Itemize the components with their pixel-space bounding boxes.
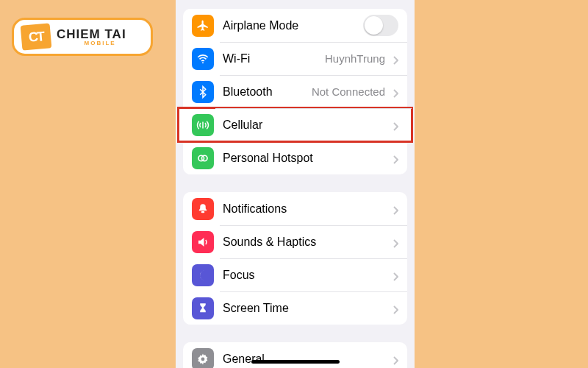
chevron-right-icon	[392, 271, 398, 280]
airplane-toggle[interactable]	[363, 15, 398, 36]
brand-logo: CT CHIEM TAI MOBILE	[12, 18, 153, 56]
home-indicator	[251, 360, 340, 364]
row-sounds-haptics[interactable]: Sounds & Haptics	[183, 225, 407, 258]
chevron-right-icon	[392, 355, 398, 364]
row-airplane-mode[interactable]: Airplane Mode	[183, 9, 407, 42]
hourglass-icon	[192, 297, 214, 319]
row-cellular[interactable]: Cellular	[179, 108, 412, 141]
chevron-right-icon	[392, 54, 398, 63]
chevron-right-icon	[392, 304, 398, 313]
chevron-right-icon	[392, 238, 398, 247]
row-label: Airplane Mode	[214, 19, 363, 32]
settings-group-notifications: Notifications Sounds & Haptics Focus Scr…	[183, 192, 407, 325]
row-label: Bluetooth	[214, 85, 312, 99]
wifi-value: HuynhTrung	[325, 52, 388, 65]
settings-group-connectivity: Airplane Mode Wi-Fi HuynhTrung Bluetooth…	[183, 9, 407, 174]
airplane-icon	[192, 15, 214, 37]
svg-rect-3	[201, 211, 205, 213]
chevron-right-icon	[392, 205, 398, 213]
bluetooth-icon	[192, 81, 214, 103]
svg-point-5	[201, 357, 205, 361]
wifi-icon	[192, 48, 214, 70]
settings-screen: Airplane Mode Wi-Fi HuynhTrung Bluetooth…	[176, 0, 415, 368]
row-label: Sounds & Haptics	[214, 236, 388, 249]
row-screen-time[interactable]: Screen Time	[183, 291, 407, 325]
row-general[interactable]: General	[183, 342, 407, 368]
sounds-icon	[192, 231, 214, 253]
chevron-right-icon	[392, 88, 398, 96]
chevron-right-icon	[392, 121, 398, 130]
row-label: Wi-Fi	[214, 52, 325, 66]
settings-group-general: General	[183, 342, 407, 368]
bluetooth-value: Not Connected	[312, 85, 388, 98]
row-label: Personal Hotspot	[214, 152, 388, 165]
logo-subtitle: MOBILE	[85, 40, 126, 46]
logo-title: CHIEM TAI	[57, 28, 126, 40]
bell-icon	[192, 198, 214, 220]
cellular-icon	[192, 114, 214, 136]
logo-badge: CT	[21, 23, 52, 50]
row-label: Notifications	[214, 202, 388, 216]
row-personal-hotspot[interactable]: Personal Hotspot	[183, 141, 407, 174]
row-label: Focus	[214, 269, 388, 282]
logo-text: CHIEM TAI MOBILE	[57, 28, 126, 46]
moon-icon	[192, 264, 214, 286]
svg-point-0	[202, 62, 204, 63]
row-label: Screen Time	[214, 302, 388, 315]
chevron-right-icon	[392, 154, 398, 163]
row-wifi[interactable]: Wi-Fi HuynhTrung	[183, 42, 407, 75]
hotspot-icon	[192, 147, 214, 169]
row-bluetooth[interactable]: Bluetooth Not Connected	[183, 75, 407, 108]
row-notifications[interactable]: Notifications	[183, 192, 407, 225]
row-label: Cellular	[214, 118, 388, 132]
gear-icon	[192, 348, 214, 369]
row-focus[interactable]: Focus	[183, 258, 407, 291]
